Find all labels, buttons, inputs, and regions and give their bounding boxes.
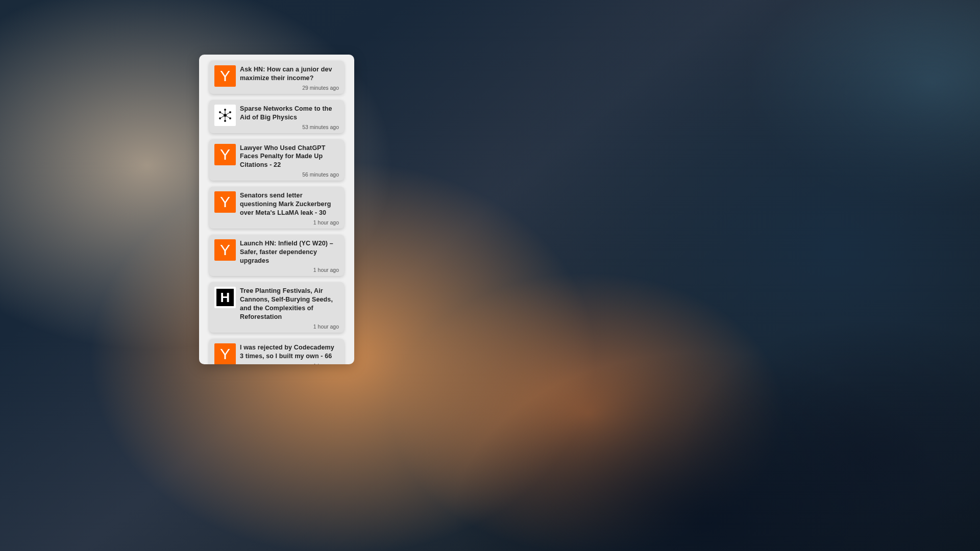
svg-line-11 bbox=[220, 115, 225, 118]
wallpaper-dark-clouds bbox=[294, 248, 980, 551]
feed-item[interactable]: Sparse Networks Come to the Aid of Big P… bbox=[209, 100, 344, 133]
feed-item-icon-cell: Y bbox=[214, 343, 236, 364]
feed-item[interactable]: YI was rejected by Codecademy 3 times, s… bbox=[209, 339, 344, 364]
hackaday-icon: H bbox=[214, 287, 236, 308]
quanta-icon bbox=[214, 105, 236, 126]
feed-item-time: 1 hour ago bbox=[240, 362, 339, 364]
feed-item-icon-cell bbox=[214, 105, 236, 126]
feed-item-icon-cell: H bbox=[214, 287, 236, 308]
feed-item-title: Tree Planting Festivals, Air Cannons, Se… bbox=[240, 287, 339, 321]
feed-item-icon-cell: Y bbox=[214, 65, 236, 87]
yc-icon: Y bbox=[214, 239, 236, 261]
feed-item-title: Lawyer Who Used ChatGPT Faces Penalty fo… bbox=[240, 144, 339, 170]
feed-item-time: 1 hour ago bbox=[240, 218, 339, 226]
feed-item-icon-cell: Y bbox=[214, 191, 236, 213]
yc-icon: Y bbox=[214, 343, 236, 364]
feed-item[interactable]: YLaunch HN: Infield (YC W20) – Safer, fa… bbox=[209, 235, 344, 277]
feed-item-title: Senators send letter questioning Mark Zu… bbox=[240, 191, 339, 217]
feed-item-title: Ask HN: How can a junior dev maximize th… bbox=[240, 65, 339, 83]
feed-item-time: 29 minutes ago bbox=[240, 84, 339, 91]
feed-item[interactable]: YLawyer Who Used ChatGPT Faces Penalty f… bbox=[209, 139, 344, 181]
feed-item-time: 53 minutes ago bbox=[240, 123, 339, 130]
yc-icon: Y bbox=[214, 144, 236, 165]
svg-line-10 bbox=[225, 112, 230, 115]
news-feed-scroll-area[interactable]: YAsk HN: How can a junior dev maximize t… bbox=[204, 55, 349, 364]
feed-item[interactable]: YSenators send letter questioning Mark Z… bbox=[209, 187, 344, 229]
feed-item-time: 56 minutes ago bbox=[240, 170, 339, 178]
feed-item-icon-cell: Y bbox=[214, 144, 236, 165]
feed-item-time: 1 hour ago bbox=[240, 266, 339, 273]
yc-icon: Y bbox=[214, 191, 236, 213]
feed-item[interactable]: HTree Planting Festivals, Air Cannons, S… bbox=[209, 282, 344, 333]
feed-item-title: Launch HN: Infield (YC W20) – Safer, fas… bbox=[240, 239, 339, 265]
svg-line-12 bbox=[225, 115, 230, 118]
feed-item-icon-cell: Y bbox=[214, 239, 236, 261]
feed-item-title: Sparse Networks Come to the Aid of Big P… bbox=[240, 105, 339, 122]
news-feed-list: YAsk HN: How can a junior dev maximize t… bbox=[209, 61, 344, 364]
feed-item[interactable]: YAsk HN: How can a junior dev maximize t… bbox=[209, 61, 344, 94]
yc-icon: Y bbox=[214, 65, 236, 87]
feed-item-time: 1 hour ago bbox=[240, 322, 339, 330]
news-feed-widget: YAsk HN: How can a junior dev maximize t… bbox=[199, 55, 354, 364]
feed-item-title: I was rejected by Codecademy 3 times, so… bbox=[240, 343, 339, 361]
svg-line-9 bbox=[220, 112, 225, 115]
